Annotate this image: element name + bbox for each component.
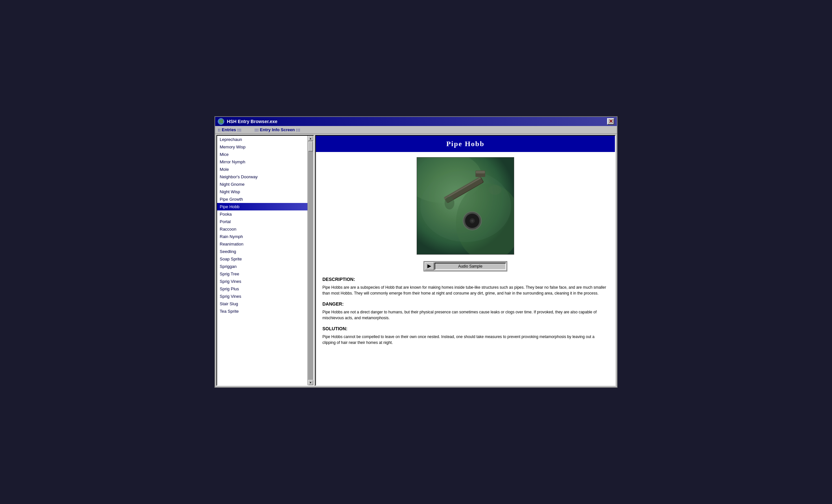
list-item-reanimation[interactable]: Reanimation [217,240,308,248]
list-item-seedling[interactable]: Seedling [217,248,308,255]
scroll-up-button[interactable]: ▲ [308,136,313,141]
description-text: Pipe Hobbs are are a subspecies of Hobb … [316,283,615,300]
list-item-pipe-growth[interactable]: Pipe Growth [217,196,308,203]
audio-bar: Audio Sample [316,260,615,275]
list-item-night-gnome[interactable]: Night Gnome [217,180,308,188]
scroll-down-icon: ▼ [309,381,312,384]
svg-point-3 [420,170,511,242]
entries-list[interactable]: LeprechaunMemory WispMiceMirror NymphMol… [217,136,308,385]
audio-control[interactable]: Audio Sample [423,261,507,272]
danger-label: DANGER: [316,300,615,308]
entry-image-container [316,152,615,260]
scroll-track [308,141,313,380]
audio-label: Audio Sample [435,263,506,270]
play-icon [427,264,431,268]
list-item-night-wisp[interactable]: Night Wisp [217,188,308,196]
scroll-down-button[interactable]: ▼ [308,380,313,385]
scroll-thumb[interactable] [308,142,313,151]
close-button[interactable]: ✕ [607,118,614,125]
list-item-rain-nymph[interactable]: Rain Nymph [217,233,308,240]
close-icon: ✕ [609,119,613,124]
solution-text: Pipe Hobbs cannot be compelled to leave … [316,333,615,349]
list-item-memory-wisp[interactable]: Memory Wisp [217,143,308,151]
info-label: ::: Entry Info Screen ::: [255,127,300,132]
entries-scrollbar[interactable]: ▲ ▼ [308,136,313,385]
entry-info-panel: Pipe Hobb [315,135,616,386]
scroll-up-icon: ▲ [309,137,312,140]
list-item-portal[interactable]: Portal [217,218,308,225]
title-bar: 🌿 HSH Entry Browser.exe ✕ [215,117,617,126]
window-title: HSH Entry Browser.exe [227,119,278,124]
list-item-spriggan[interactable]: Spriggan [217,263,308,270]
list-item-soap-sprite[interactable]: Soap Sprite [217,255,308,263]
main-content: LeprechaunMemory WispMiceMirror NymphMol… [215,134,617,387]
title-bar-left: 🌿 HSH Entry Browser.exe [218,118,278,125]
list-item-mole[interactable]: Mole [217,166,308,173]
svg-point-18 [489,185,501,195]
list-item-sprig-tree[interactable]: Sprig Tree [217,270,308,278]
list-item-sprig-plus[interactable]: Sprig Plus [217,285,308,292]
list-item-pipe-hobb[interactable]: Pipe Hobb [217,203,308,211]
play-button[interactable] [425,262,434,270]
list-item-tea-sprite[interactable]: Tea Sprite [217,308,308,315]
list-item-sprig-vines-2[interactable]: Sprig Vines [217,292,308,300]
danger-text: Pipe Hobbs are not a direct danger to hu… [316,308,615,325]
menu-bar: :: Entries ::: ::: Entry Info Screen ::: [215,126,617,134]
list-item-mice[interactable]: Mice [217,151,308,158]
solution-label: SOLUTION: [316,325,615,333]
list-item-raccoon[interactable]: Raccoon [217,225,308,233]
entries-label: :: Entries ::: [218,127,241,132]
entry-title: Pipe Hobb [316,136,615,152]
pipe-hobb-svg [417,158,514,255]
list-item-sprig-vines[interactable]: Sprig Vines [217,278,308,285]
app-icon: 🌿 [218,118,224,125]
svg-point-17 [445,196,454,209]
description-label: DESCRIPTION: [316,275,615,283]
main-window: 🌿 HSH Entry Browser.exe ✕ :: Entries :::… [214,116,618,388]
list-item-stair-slug[interactable]: Stair Slug [217,300,308,308]
list-item-pooka[interactable]: Pooka [217,211,308,218]
list-item-neighbors-doorway[interactable]: Neighbor's Doorway [217,173,308,180]
svg-rect-8 [476,171,485,173]
list-item-leprechaun[interactable]: Leprechaun [217,136,308,143]
entries-panel: LeprechaunMemory WispMiceMirror NymphMol… [216,135,314,386]
entry-image [417,157,514,255]
list-item-mirror-nymph[interactable]: Mirror Nymph [217,158,308,166]
